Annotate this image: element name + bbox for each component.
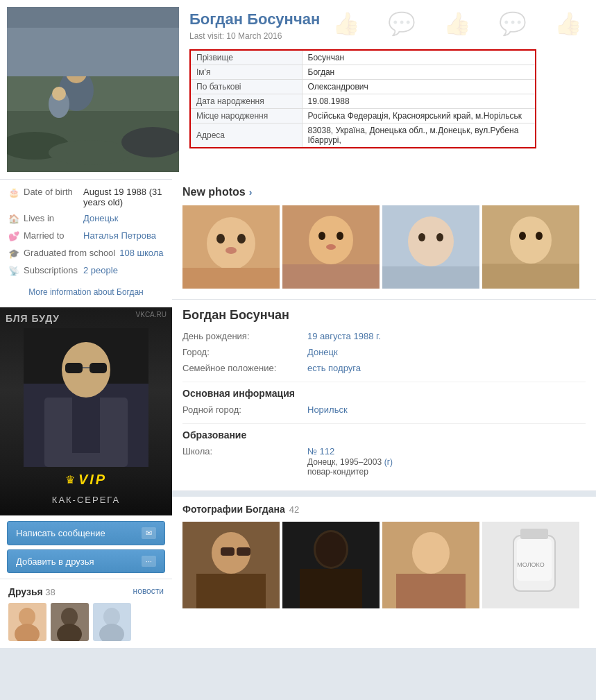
- friend-avatar-3[interactable]: [93, 603, 131, 641]
- crown-icon: ♛: [65, 473, 75, 486]
- lives-value[interactable]: Донецьк: [83, 213, 119, 223]
- school-link[interactable]: № 112: [307, 446, 334, 456]
- action-buttons: Написать сообщение ✉ Добавить в друзья ·…: [0, 515, 172, 579]
- add-friend-button[interactable]: Добавить в друзья ···: [7, 549, 165, 573]
- new-photos-label: New photos: [182, 186, 246, 198]
- friends-news-link[interactable]: новости: [133, 586, 164, 597]
- new-photo-3[interactable]: [382, 205, 479, 289]
- new-photo-1[interactable]: [182, 205, 280, 289]
- more-info-link[interactable]: More information about Богдан: [8, 284, 164, 300]
- row-value: 19.08.1988: [302, 94, 535, 109]
- row-label: Ім'я: [191, 65, 302, 80]
- cake-icon: 🎂: [8, 187, 19, 198]
- svg-point-42: [408, 216, 454, 266]
- dob-label: Date of birth: [24, 187, 79, 197]
- main-info-subheader: Основная информация: [182, 382, 586, 399]
- message-icon: ✉: [142, 527, 156, 539]
- birthday-detail-value: 19 августа 1988 г.: [307, 331, 381, 341]
- lives-row: 🏠 Lives in Донецьк: [8, 213, 164, 225]
- bottom-photo-2[interactable]: [282, 522, 380, 608]
- subs-row: 📡 Subscriptions 2 people: [8, 265, 164, 277]
- page-wrapper: 👍 💬 👍 💬 👍: [0, 0, 596, 648]
- friend-avatar-2[interactable]: [51, 603, 89, 641]
- friend-avatar-1[interactable]: [8, 603, 46, 641]
- separator: [172, 491, 596, 497]
- vip-badge: ♛ VIP: [65, 472, 107, 488]
- birthday-detail-row: День рождения: 19 августа 1988 г.: [182, 331, 586, 341]
- svg-rect-15: [65, 363, 83, 373]
- row-label: Адреса: [191, 123, 302, 148]
- status-detail-value: есть подруга: [307, 363, 361, 373]
- new-photo-4[interactable]: [482, 205, 579, 289]
- photos-bottom-title: Фотографии Богдана 42: [182, 504, 586, 515]
- education-block: № 112 Донецк, 1995–2003 (г) повар-кондит…: [307, 446, 393, 477]
- new-photos-arrow[interactable]: ›: [249, 187, 253, 198]
- city-detail-value[interactable]: Донецк: [307, 347, 338, 357]
- new-photo-2[interactable]: [282, 205, 380, 289]
- friends-title-area: Друзья 38: [8, 586, 56, 597]
- friends-header: Друзья 38 новости: [8, 586, 164, 597]
- friends-title: Друзья: [8, 586, 43, 597]
- svg-point-59: [316, 532, 346, 567]
- bottom-photo-3[interactable]: [382, 522, 479, 608]
- photos-section-bottom: Фотографии Богдана 42: [172, 497, 596, 615]
- row-label: Дата народження: [191, 94, 302, 109]
- hometown-detail-value[interactable]: Норильск: [307, 404, 348, 415]
- content-row: 🎂 Date of birth August 19 1988 (31 years…: [0, 179, 596, 648]
- photos-count: 42: [289, 504, 299, 515]
- svg-point-4: [49, 140, 132, 165]
- main-profile-photo[interactable]: [7, 7, 179, 172]
- edu-school-name: № 112: [307, 446, 393, 456]
- row-value: Босунчан: [302, 51, 535, 65]
- hometown-detail-row: Родной город: Норильск: [182, 404, 586, 415]
- profile-photo-img: [7, 7, 179, 172]
- rss-icon: 📡: [8, 266, 19, 277]
- school-value[interactable]: 108 школа: [119, 248, 163, 258]
- svg-text:МОЛОКО: МОЛОКО: [517, 561, 544, 568]
- left-panel: 🎂 Date of birth August 19 1988 (31 years…: [0, 179, 172, 648]
- row-value: Російська Федерація, Красноярський край,…: [302, 109, 535, 123]
- subs-label: Subscriptions: [24, 265, 79, 275]
- svg-rect-40: [282, 264, 380, 289]
- heart-icon: 💕: [8, 231, 19, 242]
- svg-point-9: [52, 87, 66, 101]
- city-detail-row: Город: Донецк: [182, 347, 586, 357]
- school-city-link[interactable]: (г): [384, 457, 393, 467]
- profile-name-main: Богдан Босунчан: [189, 10, 589, 28]
- status-detail-label: Семейное положение:: [182, 363, 307, 373]
- svg-point-47: [510, 216, 552, 264]
- bottom-photo-1[interactable]: [182, 522, 280, 608]
- svg-point-27: [103, 608, 120, 626]
- dob-value: August 19 1988 (31 years old): [83, 187, 164, 207]
- married-label: Married to: [24, 230, 79, 241]
- vip-overlay-text: БЛЯ БУДУ: [6, 313, 60, 324]
- school-row: 🎓 Graduated from school 108 школа: [8, 248, 164, 259]
- new-photos-title: New photos ›: [182, 186, 586, 198]
- married-value[interactable]: Наталья Петрова: [83, 230, 156, 241]
- svg-point-39: [326, 244, 336, 250]
- school-label: Graduated from school: [24, 248, 115, 258]
- detail-name: Богдан Босунчан: [182, 308, 586, 323]
- table-row: Прізвище Босунчан: [191, 51, 535, 65]
- bottom-photo-4[interactable]: МОЛОКО: [482, 522, 579, 608]
- vip-person-photo: [24, 328, 148, 467]
- home-icon: 🏠: [8, 214, 19, 225]
- add-friend-label: Добавить в друзья: [16, 556, 94, 567]
- edu-school-detail: Донецк, 1995–2003 (г): [307, 456, 393, 467]
- lives-label: Lives in: [24, 213, 79, 223]
- svg-point-24: [61, 608, 78, 626]
- svg-point-37: [318, 232, 325, 240]
- svg-point-32: [237, 234, 246, 244]
- subs-value[interactable]: 2 people: [83, 265, 118, 275]
- svg-rect-55: [237, 547, 250, 556]
- message-button[interactable]: Написать сообщение ✉: [7, 521, 165, 545]
- table-row: Дата народження 19.08.1988: [191, 94, 535, 109]
- svg-rect-50: [482, 264, 579, 289]
- friends-count: 38: [45, 587, 55, 597]
- svg-point-44: [436, 233, 443, 241]
- svg-point-61: [412, 532, 450, 574]
- table-row: Місце народження Російська Федерація, Кр…: [191, 109, 535, 123]
- vip-watermark: VKCA.RU: [136, 311, 167, 318]
- svg-rect-58: [300, 569, 362, 608]
- status-detail-row: Семейное положение: есть подруга: [182, 363, 586, 373]
